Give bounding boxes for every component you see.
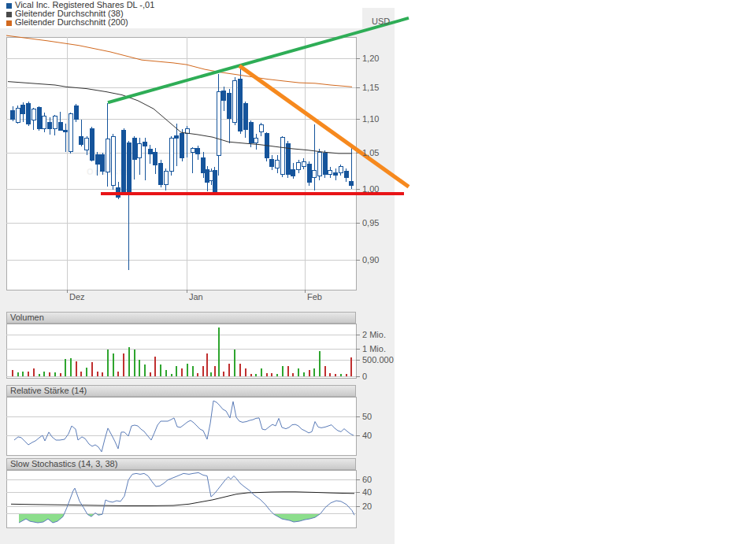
- price-axis-label: 1,05: [362, 148, 379, 157]
- rsi-axis-label: 50: [362, 412, 372, 421]
- volume-bar: [303, 372, 305, 376]
- volume-bar: [197, 373, 198, 376]
- legend: Vical Inc. Registered Shares DL -,01 Gle…: [6, 1, 154, 27]
- volume-panel-header: Volumen: [6, 312, 356, 324]
- ma38-color-swatch: [6, 12, 12, 17]
- instrument-color-swatch: [6, 3, 12, 9]
- volume-bar: [160, 365, 161, 376]
- month-label: Feb: [307, 292, 322, 302]
- candle-body: [111, 136, 115, 185]
- candle-body: [48, 122, 52, 128]
- candle-body: [11, 111, 15, 119]
- volume-bar: [329, 373, 331, 376]
- candle-body: [32, 109, 35, 120]
- candle-body: [270, 159, 274, 166]
- candle-body: [90, 129, 94, 160]
- volume-axis-label: 0: [362, 372, 367, 381]
- candle-body: [74, 105, 78, 120]
- candle-body: [16, 108, 20, 122]
- stoch-axis-label: 40: [362, 487, 372, 497]
- volume-bar: [86, 368, 87, 376]
- candle-body: [213, 170, 217, 191]
- volume-bar: [150, 372, 151, 376]
- volume-axis-label: 1 Mio.: [362, 344, 386, 353]
- candle-body: [276, 160, 280, 168]
- volume-bar: [210, 372, 212, 376]
- candle-body: [254, 138, 258, 143]
- volume-bar: [266, 373, 268, 376]
- volume-bar: [123, 353, 124, 376]
- volume-bar: [313, 368, 315, 377]
- candle-body: [228, 93, 232, 118]
- volume-bar: [350, 357, 352, 376]
- volume-bar: [298, 368, 299, 377]
- volume-bar: [107, 350, 109, 376]
- volume-bar: [181, 368, 183, 377]
- candle-body: [280, 137, 284, 174]
- candle-body: [328, 170, 332, 175]
- candle-body: [217, 92, 220, 156]
- candle-body: [122, 131, 126, 192]
- candle-body: [344, 172, 348, 177]
- volume-bar: [43, 372, 45, 376]
- candle-body: [43, 117, 46, 128]
- rsi-panel-header: Relative Stärke (14): [6, 385, 356, 397]
- volume-bar: [255, 374, 257, 376]
- volume-bar: [154, 357, 156, 376]
- volume-bar: [144, 365, 146, 376]
- stochastics-panel-title: Slow Stochastics (14, 3, 38): [10, 459, 117, 468]
- volume-bar: [324, 366, 326, 376]
- volume-axis-label: 500.000: [362, 355, 394, 365]
- candle-body: [85, 138, 89, 150]
- rsi-panel-title: Relative Stärke (14): [10, 386, 87, 395]
- candle-body: [307, 165, 311, 183]
- candle-body: [206, 169, 209, 183]
- rsi-axis-label: 40: [362, 431, 372, 440]
- volume-bar: [80, 372, 82, 376]
- candle-body: [37, 108, 41, 128]
- candle-body: [180, 133, 184, 157]
- volume-bar: [102, 372, 103, 376]
- month-label: Dez: [69, 292, 85, 302]
- candle-body: [101, 155, 105, 172]
- volume-bar: [223, 372, 224, 376]
- ma200-color-swatch: [6, 20, 12, 26]
- volume-bar: [54, 372, 56, 376]
- candle-body: [69, 114, 72, 152]
- volume-bar: [76, 361, 77, 376]
- candle-body: [21, 105, 25, 113]
- price-axis-label: 1,10: [362, 114, 379, 124]
- volume-bar: [65, 359, 66, 376]
- volume-bar: [134, 350, 135, 376]
- volume-bar: [309, 370, 310, 376]
- candle-body: [191, 149, 195, 152]
- candle-body: [202, 157, 206, 172]
- volume-bar: [28, 372, 29, 376]
- volume-bar: [171, 374, 172, 376]
- candle-body: [222, 91, 226, 100]
- volume-bar: [346, 374, 347, 376]
- candle-body: [239, 80, 243, 131]
- chart-page: Vical Inc. Registered Shares DL -,01 Gle…: [0, 0, 756, 544]
- stochastics-panel-header: Slow Stochastics (14, 3, 38): [6, 458, 356, 470]
- candle-body: [313, 170, 317, 177]
- candle-body: [154, 152, 158, 165]
- volume-bar: [91, 362, 93, 376]
- candle-body: [323, 154, 327, 175]
- candle-body: [196, 149, 200, 154]
- candle-body: [148, 150, 152, 154]
- volume-bar: [261, 368, 262, 377]
- volume-bar: [33, 368, 35, 376]
- candle-body: [334, 173, 338, 176]
- volume-bar: [70, 358, 72, 376]
- volume-bar: [340, 374, 342, 376]
- candle-body: [291, 169, 295, 176]
- candle-body: [175, 136, 179, 139]
- candle-body: [233, 80, 237, 122]
- candle-body: [58, 122, 62, 130]
- volume-bar: [292, 373, 294, 376]
- volume-bar: [282, 366, 284, 376]
- candle-body: [80, 136, 83, 144]
- candle-body: [302, 161, 306, 166]
- candle-body: [132, 139, 136, 159]
